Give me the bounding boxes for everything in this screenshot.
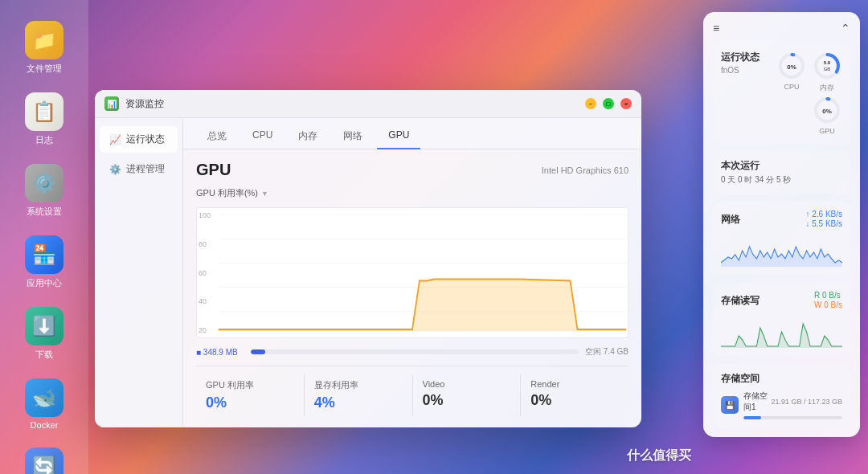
- gpu-gauge-small: 0% GPU: [812, 95, 842, 135]
- sidebar-label-process-manager: 进程管理: [126, 162, 165, 176]
- upload-speed: ↑ 2.6 KB/s: [805, 210, 842, 219]
- chart-label: GPU 利用率(%) ▼: [196, 187, 628, 199]
- svg-text:5.9: 5.9: [824, 60, 831, 65]
- dock-label-app-center: 应用中心: [27, 277, 62, 289]
- runtime-section: 本次运行 0 天 0 时 34 分 5 秒: [713, 151, 850, 194]
- storage-rw-chart: [721, 316, 842, 348]
- sidebar-label-running-status: 运行状态: [126, 133, 165, 146]
- panel-collapse-icon[interactable]: ⌃: [841, 22, 850, 35]
- cpu-gauge: 0% CPU: [776, 51, 807, 93]
- memory-gauge-label: 内存: [820, 83, 834, 93]
- cpu-gauge-svg: 0%: [776, 51, 807, 81]
- titlebar: 📊 资源监控 − □ ×: [95, 90, 641, 118]
- running-status-subtitle: fnOS: [721, 66, 760, 75]
- storage-rw-title: 存储读写: [721, 294, 760, 308]
- storage-item-name: 存储空间1: [743, 390, 771, 413]
- network-title: 网络: [721, 213, 740, 227]
- dock-item-docker[interactable]: 🐋 Docker: [8, 374, 80, 435]
- svg-marker-6: [219, 280, 626, 331]
- runtime-label: 本次运行: [721, 159, 842, 173]
- storage-item-size: 21.91 GB / 117.23 GB: [771, 398, 842, 406]
- sidebar-item-running-status[interactable]: 📈 运行状态: [100, 126, 178, 153]
- storage-bar-fill-mini: [743, 416, 761, 419]
- dock-item-backup[interactable]: 🔄 备份: [8, 443, 80, 474]
- memory-bar-row: ■ 348.9 MB 空闲 7.4 GB: [196, 346, 628, 358]
- storage-item-icon: 💾: [721, 396, 739, 414]
- right-panel: ≡ ⌃ 运行状态 fnOS 0% CPU: [703, 12, 860, 437]
- chart-dropdown-icon[interactable]: ▼: [261, 190, 268, 198]
- process-manager-icon: ⚙️: [109, 164, 121, 175]
- storage-rw-section: 存储读写 R 0 B/s W 0 B/s: [713, 283, 850, 356]
- running-status-title: 运行状态: [721, 51, 760, 64]
- svg-marker-17: [721, 247, 842, 267]
- gpu-model: Intel HD Graphics 610: [542, 165, 628, 175]
- main-area: 总览 CPU 内存 网络 GPU GPU Intel HD Graphics 6…: [183, 118, 641, 427]
- status-gauges: 0% CPU 5.9 GB 内存: [776, 51, 842, 93]
- svg-text:0%: 0%: [822, 108, 832, 115]
- content-area: GPU Intel HD Graphics 610 GPU 利用率(%) ▼ 1…: [183, 149, 641, 427]
- read-speed: R 0 B/s: [814, 291, 842, 300]
- dock-label-settings: 系统设置: [27, 206, 62, 218]
- dock-label-download: 下载: [35, 349, 53, 361]
- window-content: 📈 运行状态 ⚙️ 进程管理 总览 CPU 内存 网络 GPU: [95, 118, 641, 427]
- close-button[interactable]: ×: [620, 98, 632, 109]
- metric-vram-util: 显存利用率 4%: [305, 374, 413, 416]
- svg-text:0%: 0%: [787, 63, 796, 71]
- tab-cpu[interactable]: CPU: [241, 125, 284, 149]
- metric-gpu-util: GPU 利用率 0%: [196, 374, 305, 416]
- download-icon: ⬇️: [25, 307, 63, 345]
- running-status-section: 运行状态 fnOS 0% CPU: [713, 43, 850, 143]
- metric-video: Video 0%: [413, 374, 522, 416]
- chart-y-labels: 100 80 60 40 20: [199, 211, 211, 334]
- memory-bar: [251, 349, 579, 354]
- dock-item-file-manager[interactable]: 📁 文件管理: [8, 16, 80, 80]
- metric-render: Render 0%: [521, 374, 628, 416]
- tab-gpu[interactable]: GPU: [377, 125, 420, 149]
- runtime-value: 0 天 0 时 34 分 5 秒: [721, 174, 842, 186]
- minimize-button[interactable]: −: [585, 98, 596, 109]
- gpu-title: GPU: [196, 161, 231, 179]
- memory-gauge-svg: 5.9 GB: [812, 51, 842, 81]
- memory-bar-section: ■ 348.9 MB 空闲 7.4 GB: [196, 346, 628, 358]
- dock-item-download[interactable]: ⬇️ 下载: [8, 302, 80, 366]
- storage-space-items: 💾 存储空间1 21.91 GB / 117.23 GB: [721, 390, 842, 419]
- download-speed: ↓ 5.5 KB/s: [805, 219, 842, 228]
- tab-network[interactable]: 网络: [332, 125, 374, 149]
- maximize-button[interactable]: □: [603, 98, 614, 109]
- dock-item-system-settings[interactable]: ⚙️ 系统设置: [8, 159, 80, 223]
- storage-rw-values: R 0 B/s W 0 B/s: [814, 291, 842, 309]
- network-chart: [721, 235, 842, 267]
- write-speed: W 0 B/s: [814, 300, 842, 309]
- storage-chart-svg: [721, 316, 842, 348]
- dock-label-file-manager: 文件管理: [27, 63, 62, 75]
- file-manager-icon: 📁: [25, 21, 63, 59]
- main-window: 📊 资源监控 − □ × 📈 运行状态 ⚙️ 进程管理: [95, 90, 641, 427]
- network-chart-svg: [721, 235, 842, 267]
- window-title: 资源监控: [125, 97, 579, 111]
- storage-item: 💾 存储空间1 21.91 GB / 117.23 GB: [721, 390, 842, 419]
- panel-menu-icon[interactable]: ≡: [713, 22, 719, 35]
- window-controls: − □ ×: [585, 98, 632, 109]
- gpu-chart-svg: [197, 208, 628, 337]
- settings-icon: ⚙️: [25, 164, 63, 202]
- storage-space-section: 存储空间 💾 存储空间1 21.91 GB / 117.23 GB: [713, 364, 850, 427]
- docker-icon: 🐋: [25, 378, 63, 417]
- backup-icon: 🔄: [25, 447, 63, 474]
- sidebar-item-process-manager[interactable]: ⚙️ 进程管理: [100, 156, 178, 182]
- gpu-chart: 100 80 60 40 20: [196, 207, 628, 338]
- network-speeds: ↑ 2.6 KB/s ↓ 5.5 KB/s: [805, 210, 842, 228]
- dock-label-docker: Docker: [31, 420, 59, 430]
- memory-bar-fill: [251, 349, 265, 354]
- memory-free-label: 空闲 7.4 GB: [585, 346, 628, 358]
- window-app-icon: 📊: [104, 96, 119, 111]
- dock-item-app-center[interactable]: 🏪 应用中心: [8, 231, 80, 294]
- tab-overview[interactable]: 总览: [196, 125, 238, 149]
- memory-used-label: ■ 348.9 MB: [196, 348, 244, 357]
- gpu-gauge-svg: 0%: [812, 95, 842, 125]
- dock-item-log[interactable]: 📋 日志: [8, 88, 80, 151]
- storage-space-title: 存储空间: [721, 372, 842, 386]
- svg-text:GB: GB: [824, 67, 831, 72]
- gpu-header: GPU Intel HD Graphics 610: [196, 161, 628, 179]
- tab-memory[interactable]: 内存: [287, 125, 329, 149]
- log-icon: 📋: [25, 92, 63, 131]
